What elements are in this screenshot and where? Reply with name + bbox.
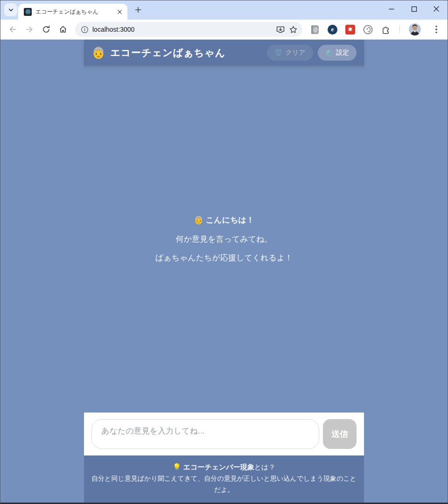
- address-bar[interactable]: localhost:3000: [75, 22, 302, 37]
- app-container: 👵 エコーチェンばぁちゃん 🗑️ クリア ⚙️ 設定 👵 こんにちは！ 何か意見…: [84, 40, 364, 503]
- extensions-area: @ e ✱: [308, 23, 443, 35]
- circle-extension-icon[interactable]: [363, 25, 373, 35]
- url-text[interactable]: localhost:3000: [92, 26, 272, 33]
- addressbook-extension-icon[interactable]: @: [310, 25, 320, 35]
- browser-titlebar: エコーチェンばぁちゃん: [0, 0, 448, 20]
- composer-bar: 送信: [84, 413, 364, 455]
- footer-term: エコーチェンバー現象: [183, 463, 254, 471]
- settings-button-label: 設定: [336, 49, 349, 57]
- back-button[interactable]: [5, 22, 20, 37]
- trash-icon: 🗑️: [274, 49, 282, 56]
- browser-window: エコーチェンばぁちゃん: [0, 0, 448, 504]
- chevron-down-icon: [8, 7, 14, 13]
- tab-close-icon[interactable]: [116, 8, 124, 16]
- plus-icon: [135, 7, 141, 13]
- close-window-button[interactable]: [432, 4, 441, 14]
- tab-title: エコーチェンばぁちゃん: [35, 8, 112, 16]
- reload-button[interactable]: [39, 22, 54, 37]
- red-extension-icon[interactable]: ✱: [345, 25, 355, 35]
- tab-search-button[interactable]: [4, 3, 17, 16]
- browser-toolbar: localhost:3000 @ e ✱: [0, 20, 448, 40]
- window-controls: [387, 4, 441, 14]
- bookmark-star-icon[interactable]: [289, 25, 298, 34]
- new-tab-button[interactable]: [132, 4, 144, 16]
- opinion-input[interactable]: [91, 419, 319, 449]
- app-title: エコーチェンばぁちゃん: [110, 46, 262, 59]
- toolbar-separator: [399, 25, 400, 34]
- browser-tab[interactable]: エコーチェンばぁちゃん: [18, 4, 127, 20]
- profile-avatar[interactable]: [409, 23, 421, 35]
- gear-icon: ⚙️: [325, 49, 333, 56]
- maximize-button[interactable]: [409, 4, 419, 14]
- clear-button[interactable]: 🗑️ クリア: [267, 45, 313, 61]
- site-info-icon[interactable]: [81, 26, 89, 34]
- welcome-instruction: 何か意見を言ってみてね。: [176, 234, 273, 245]
- chat-area: 👵 こんにちは！ 何か意見を言ってみてね。 ばぁちゃんたちが応援してくれるよ！: [84, 66, 364, 413]
- footer-term-suffix: とは？: [254, 463, 276, 471]
- forward-button[interactable]: [22, 22, 37, 37]
- app-header: 👵 エコーチェンばぁちゃん 🗑️ クリア ⚙️ 設定: [84, 40, 364, 66]
- minimize-button[interactable]: [387, 4, 396, 14]
- page-background: 👵 エコーチェンばぁちゃん 🗑️ クリア ⚙️ 設定 👵 こんにちは！ 何か意見…: [0, 40, 448, 503]
- lightbulb-icon: 💡: [173, 463, 182, 471]
- react-favicon-icon: [24, 8, 32, 16]
- footer-title: 💡 エコーチェンバー現象とは？: [90, 462, 358, 473]
- settings-button[interactable]: ⚙️ 設定: [318, 45, 357, 61]
- home-button[interactable]: [56, 22, 70, 37]
- e-extension-icon[interactable]: e: [328, 25, 337, 35]
- browser-menu-icon[interactable]: [432, 24, 441, 35]
- welcome-note: ばぁちゃんたちが応援してくれるよ！: [155, 252, 293, 264]
- grandma-emoji-icon: 👵: [91, 46, 105, 59]
- extensions-puzzle-icon[interactable]: [381, 25, 391, 35]
- footer-description: 自分と同じ意見ばかり聞こえてきて、自分の意見が正しいと思い込んでしまう現象のこと…: [90, 473, 358, 495]
- send-button[interactable]: 送信: [323, 419, 357, 449]
- install-app-icon[interactable]: [276, 25, 285, 34]
- welcome-greeting: 👵 こんにちは！: [194, 215, 254, 226]
- app-footer: 💡 エコーチェンバー現象とは？ 自分と同じ意見ばかり聞こえてきて、自分の意見が正…: [84, 455, 364, 503]
- clear-button-label: クリア: [286, 49, 306, 57]
